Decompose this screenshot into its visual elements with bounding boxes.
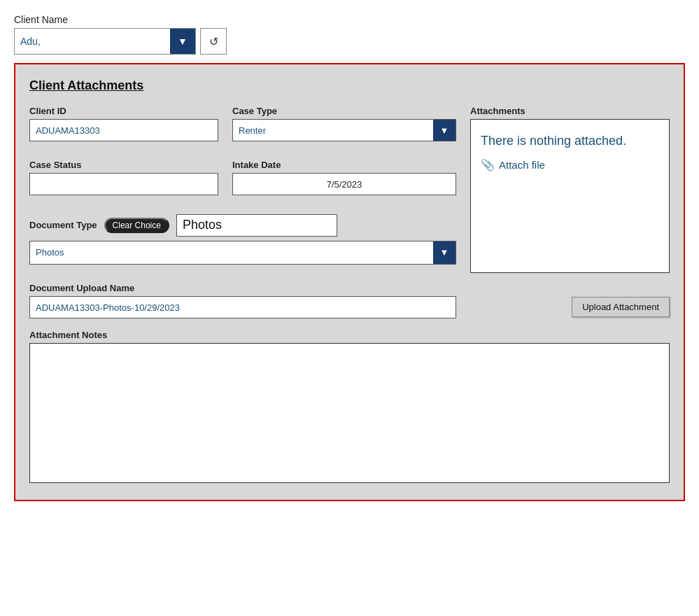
case-type-dropdown-button[interactable]: ▼	[433, 120, 456, 141]
no-attachments-text: There is nothing attached.	[481, 134, 659, 148]
clear-choice-button[interactable]: Clear Choice	[104, 218, 169, 233]
document-upload-name-group: Document Upload Name	[29, 283, 456, 318]
client-id-label: Client ID	[29, 106, 218, 116]
refresh-button[interactable]: ↺	[200, 28, 227, 55]
client-name-input[interactable]	[15, 29, 170, 54]
client-id-group: Client ID	[29, 106, 218, 150]
intake-date-label: Intake Date	[232, 160, 456, 170]
upload-button-row: Upload Attachment	[470, 283, 670, 318]
panel-title: Client Attachments	[29, 78, 670, 93]
client-name-dropdown-button[interactable]: ▼	[170, 29, 195, 54]
intake-date-input[interactable]	[232, 173, 456, 195]
document-type-dropdown-button[interactable]: ▼	[433, 241, 456, 264]
case-type-label: Case Type	[232, 106, 456, 116]
document-type-header: Document Type Clear Choice	[29, 214, 456, 237]
case-type-select[interactable]: Renter Owner Other	[233, 120, 433, 141]
case-status-group: Case Status	[29, 160, 218, 204]
document-upload-name-input[interactable]	[29, 296, 456, 318]
form-grid: Client ID Case Type Renter Owner Other ▼…	[29, 106, 670, 318]
client-name-dropdown[interactable]: ▼	[14, 28, 196, 55]
attachment-notes-section: Attachment Notes	[29, 330, 670, 486]
document-type-label: Document Type	[29, 220, 97, 230]
refresh-icon: ↺	[209, 35, 218, 48]
attachment-notes-textarea[interactable]	[29, 343, 670, 483]
case-type-group: Case Type Renter Owner Other ▼	[232, 106, 456, 150]
attach-file-link[interactable]: 📎 Attach file	[481, 158, 659, 172]
case-type-select-wrapper[interactable]: Renter Owner Other ▼	[232, 119, 456, 141]
case-status-input[interactable]	[29, 173, 218, 195]
attachments-panel: Attachments There is nothing attached. 📎…	[470, 106, 670, 273]
client-name-section: Client Name ▼ ↺	[14, 14, 685, 55]
document-type-select-wrapper[interactable]: Photos Lease Income Verification Other ▼	[29, 241, 456, 265]
chevron-down-icon: ▼	[178, 36, 188, 47]
document-type-select[interactable]: Photos Lease Income Verification Other	[30, 241, 433, 264]
document-type-text-input[interactable]	[176, 214, 337, 237]
paperclip-icon: 📎	[481, 158, 495, 172]
attachments-label: Attachments	[470, 106, 670, 116]
upload-attachment-button[interactable]: Upload Attachment	[572, 297, 670, 317]
attach-file-label: Attach file	[499, 159, 545, 171]
document-upload-name-label: Document Upload Name	[29, 283, 456, 293]
attachments-box: There is nothing attached. 📎 Attach file	[470, 119, 670, 273]
client-id-input[interactable]	[29, 119, 218, 141]
intake-date-group: Intake Date	[232, 160, 456, 204]
main-panel: Client Attachments Client ID Case Type R…	[14, 63, 685, 501]
chevron-down-icon: ▼	[440, 125, 449, 136]
document-type-group: Document Type Clear Choice Photos Lease …	[29, 214, 456, 273]
case-status-label: Case Status	[29, 160, 218, 170]
client-name-label: Client Name	[14, 14, 685, 25]
attachment-notes-label: Attachment Notes	[29, 330, 670, 340]
chevron-down-icon: ▼	[440, 247, 449, 258]
client-name-row: ▼ ↺	[14, 28, 685, 55]
